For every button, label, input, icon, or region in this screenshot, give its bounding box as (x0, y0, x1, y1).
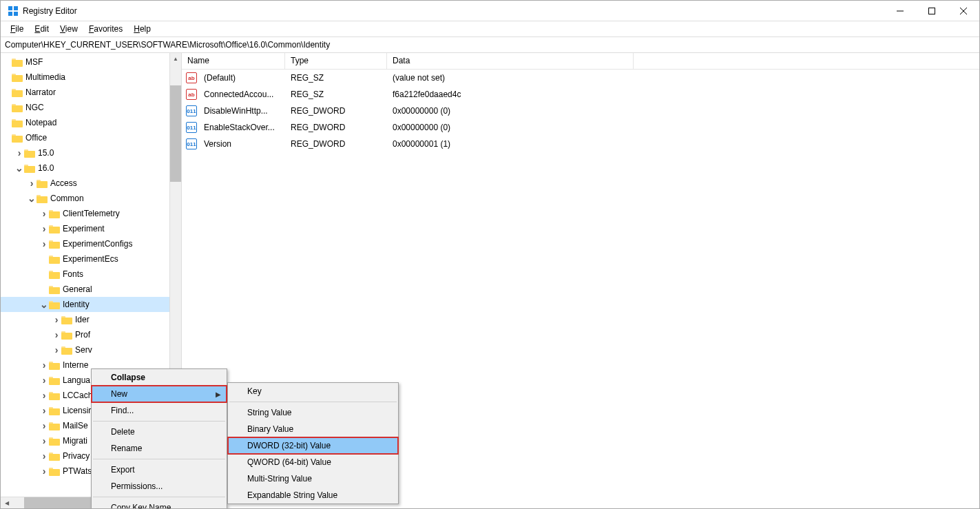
chevron-down-icon[interactable]: ⌄ (39, 299, 49, 310)
tree-item-label: Interne (63, 360, 88, 370)
tree-item[interactable]: ›ClientTelemetry (1, 206, 181, 221)
tree-item-label: Fonts (63, 269, 83, 279)
chevron-right-icon[interactable]: › (39, 390, 49, 401)
ctx-new-expandstring[interactable]: Expandable String Value (228, 487, 398, 503)
maximize-button[interactable] (916, 1, 948, 21)
ctx-permissions[interactable]: Permissions... (92, 478, 227, 495)
address-bar[interactable]: Computer\HKEY_CURRENT_USER\SOFTWARE\Micr… (1, 37, 979, 53)
scroll-left-button[interactable]: ◀ (1, 497, 12, 509)
ctx-collapse[interactable]: Collapse (92, 369, 227, 386)
tree-item[interactable]: Office (1, 130, 181, 145)
close-button[interactable] (948, 1, 979, 21)
chevron-right-icon[interactable]: › (39, 360, 49, 371)
ctx-new-multistring[interactable]: Multi-String Value (228, 470, 398, 487)
tree-item[interactable]: NGC (1, 100, 181, 115)
chevron-right-icon[interactable]: › (52, 329, 61, 340)
svg-rect-2 (8, 12, 12, 16)
menu-file[interactable]: File (6, 23, 28, 35)
chevron-right-icon[interactable]: › (14, 147, 24, 158)
chevron-right-icon[interactable]: › (39, 466, 49, 477)
list-header: Name Type Data (182, 53, 979, 70)
minimize-button[interactable] (884, 1, 916, 21)
tree-item[interactable]: Narrator (1, 85, 181, 100)
value-name: Version (198, 139, 285, 149)
chevron-right-icon[interactable]: › (39, 435, 49, 446)
tree-item[interactable]: ⌄Common (1, 191, 181, 206)
menu-help[interactable]: Help (129, 23, 155, 35)
chevron-down-icon[interactable]: ⌄ (14, 163, 24, 174)
list-row[interactable]: abConnectedAccou...REG_SZf6a212fe0daaed4… (182, 86, 979, 103)
svg-rect-5 (929, 8, 935, 14)
tree-item-label: MailSe (63, 421, 88, 430)
menu-view[interactable]: View (56, 23, 82, 35)
tree-item-label: Narrator (25, 87, 56, 97)
folder-icon (49, 360, 60, 370)
ctx-rename[interactable]: Rename (92, 440, 227, 457)
svg-rect-3 (14, 12, 18, 16)
tree-item[interactable]: ›Experiment (1, 221, 181, 236)
tree-item[interactable]: ›Prof (1, 327, 181, 342)
menu-favorites[interactable]: Favorites (85, 23, 127, 35)
ctx-new-key[interactable]: Key (228, 383, 398, 399)
ctx-new-string[interactable]: String Value (228, 404, 398, 421)
column-name[interactable]: Name (182, 53, 285, 69)
chevron-right-icon[interactable]: › (39, 208, 49, 219)
tree-item-label: ExperimentConfigs (63, 239, 132, 249)
tree-item[interactable]: MSF (1, 54, 181, 70)
chevron-down-icon[interactable]: ⌄ (27, 193, 37, 204)
folder-icon (61, 345, 72, 355)
tree-item-label: ClientTelemetry (63, 209, 120, 218)
column-type[interactable]: Type (285, 53, 387, 69)
ctx-new-qword[interactable]: QWORD (64-bit) Value (228, 454, 398, 470)
chevron-right-icon[interactable]: › (39, 405, 49, 416)
column-data[interactable]: Data (387, 53, 634, 69)
list-row[interactable]: 011VersionREG_DWORD0x00000001 (1) (182, 136, 979, 152)
tree-item[interactable]: Fonts (1, 267, 181, 282)
chevron-right-icon[interactable]: › (39, 450, 49, 461)
chevron-right-icon[interactable]: › (52, 344, 61, 355)
tree-item[interactable]: ›Access (1, 176, 181, 191)
scroll-thumb-vertical[interactable] (170, 85, 181, 182)
tree-item-label: Access (50, 178, 77, 188)
list-row[interactable]: 011EnableStackOver...REG_DWORD0x00000000… (182, 119, 979, 136)
dword-value-icon: 011 (186, 122, 197, 133)
ctx-find[interactable]: Find... (92, 402, 227, 419)
ctx-copy-key-name[interactable]: Copy Key Name (92, 499, 227, 508)
chevron-right-icon[interactable]: › (39, 420, 49, 431)
chevron-right-icon[interactable]: › (39, 238, 49, 249)
tree-item-label: Experiment (63, 224, 105, 233)
tree-item[interactable]: ›ExperimentConfigs (1, 236, 181, 251)
tree-item[interactable]: ›Ider (1, 312, 181, 327)
tree-item[interactable]: ⌄16.0 (1, 160, 181, 176)
chevron-right-icon[interactable]: › (52, 314, 61, 325)
address-path: Computer\HKEY_CURRENT_USER\SOFTWARE\Micr… (5, 40, 330, 50)
menu-edit[interactable]: Edit (30, 23, 53, 35)
tree-item[interactable]: ⌄Identity (1, 297, 181, 312)
scroll-up-button[interactable]: ▲ (170, 53, 181, 65)
value-data: 0x00000000 (0) (387, 106, 634, 116)
tree-item[interactable]: ›15.0 (1, 145, 181, 160)
tree-item-label: Notepad (25, 118, 56, 127)
tree-item-label: NGC (25, 103, 44, 112)
list-row[interactable]: 011DisableWinHttp...REG_DWORD0x00000000 … (182, 103, 979, 119)
chevron-right-icon[interactable]: › (39, 223, 49, 234)
ctx-delete[interactable]: Delete (92, 424, 227, 440)
ctx-new-dword[interactable]: DWORD (32-bit) Value (228, 437, 398, 454)
ctx-export[interactable]: Export (92, 461, 227, 478)
chevron-right-icon[interactable]: › (27, 178, 37, 189)
folder-icon (24, 163, 35, 173)
list-row[interactable]: ab(Default)REG_SZ(value not set) (182, 70, 979, 86)
string-value-icon: ab (186, 72, 197, 83)
chevron-right-icon[interactable]: › (39, 375, 49, 386)
tree-item[interactable]: General (1, 282, 181, 297)
ctx-new-binary[interactable]: Binary Value (228, 421, 398, 437)
dword-value-icon: 011 (186, 105, 197, 116)
tree-item[interactable]: Notepad (1, 115, 181, 130)
tree-item-label: Migrati (63, 436, 87, 446)
tree-item[interactable]: Multimedia (1, 70, 181, 85)
tree-item[interactable]: ExperimentEcs (1, 251, 181, 267)
tree-item-label: Serv (75, 345, 92, 355)
ctx-new[interactable]: New▶ (92, 386, 227, 402)
tree-item-label: 16.0 (38, 163, 54, 173)
tree-item[interactable]: ›Serv (1, 342, 181, 357)
